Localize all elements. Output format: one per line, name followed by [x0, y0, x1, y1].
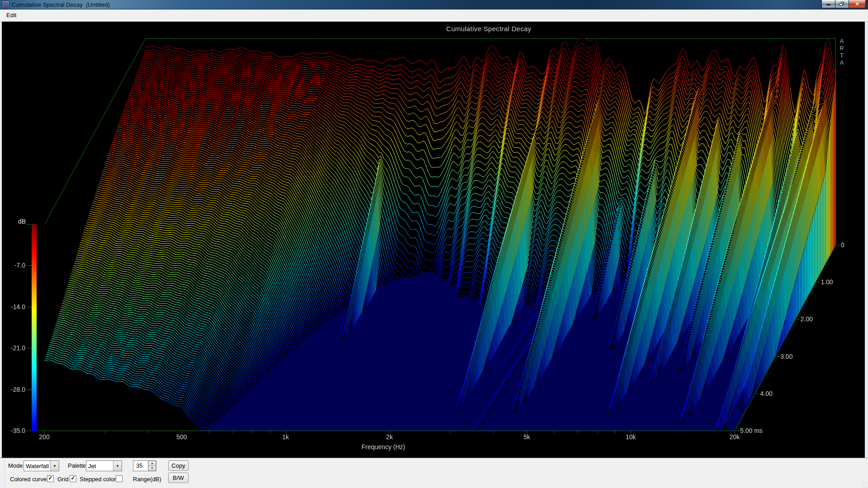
range-db-spinner[interactable]: 35 ▲ ▼: [133, 460, 156, 471]
restore-button[interactable]: [835, 0, 849, 8]
mode-label: Mode: [8, 462, 23, 469]
db-tick-label: -21.0: [6, 344, 25, 352]
grid-checkbox[interactable]: ✓: [70, 475, 76, 482]
freq-tick-label: 10k: [619, 433, 642, 441]
arta-watermark: A R T A: [838, 38, 845, 66]
range-db-value[interactable]: 35: [133, 461, 148, 471]
chevron-down-icon[interactable]: ▼: [113, 461, 122, 471]
watermark-letter: A: [838, 38, 845, 45]
close-icon: ✕: [855, 1, 859, 7]
panel-left-strip: [0, 458, 5, 488]
db-tick-label: -7.0: [6, 262, 25, 269]
arta-app-icon: [2, 1, 9, 8]
minimize-button[interactable]: [821, 0, 835, 8]
arta-csd-window: Cumulative Spectral Decay A R T A dB 200…: [0, 0, 868, 488]
watermark-letter: T: [838, 52, 845, 59]
time-tick-label: 3.00: [780, 353, 793, 360]
minimize-icon: [826, 4, 830, 5]
freq-tick-label: 200: [33, 433, 56, 441]
db-tick-label: -28.0: [6, 386, 25, 393]
window-title: Cumulative Spectral Decay (Untitled): [12, 1, 110, 8]
freq-tick-label: 5k: [515, 433, 538, 441]
chevron-down-icon[interactable]: ▼: [50, 461, 59, 471]
db-axis-unit-label: dB: [7, 218, 26, 225]
freq-tick-label: 500: [170, 433, 193, 441]
time-tick-label: 2.00: [801, 315, 813, 323]
time-tick-label: 4.00: [760, 390, 773, 397]
palette-value: Jet: [86, 463, 113, 469]
waterfall-canvas: [0, 0, 868, 488]
freq-tick-label: 1k: [274, 433, 297, 441]
watermark-letter: R: [838, 45, 845, 52]
grid-label: Grid: [57, 476, 69, 483]
freq-tick-label: 2k: [378, 433, 401, 441]
mode-dropdown[interactable]: Waterfall ▼: [24, 460, 59, 471]
db-tick-label: -35.0: [6, 427, 25, 434]
menubar: Edit: [0, 9, 868, 22]
time-tick-label: 0: [841, 241, 844, 249]
palette-dropdown[interactable]: Jet ▼: [86, 460, 122, 471]
colored-curves-checkbox[interactable]: ✓: [47, 475, 54, 482]
control-panel: Mode Waterfall ▼ Palette Jet ▼ 35 ▲ ▼ Co…: [0, 458, 868, 488]
time-tick-label: 1.00: [821, 278, 833, 286]
colored-curves-label: Colored curves: [10, 476, 49, 483]
close-button[interactable]: ✕: [849, 0, 866, 8]
menu-item-edit[interactable]: Edit: [5, 12, 18, 19]
stepped-colors-label: Stepped colors: [80, 476, 119, 483]
stepped-colors-checkbox[interactable]: [116, 475, 123, 482]
titlebar[interactable]: Cumulative Spectral Decay (Untitled) ✕: [0, 0, 868, 9]
range-db-label: Range(dB): [133, 476, 161, 483]
spin-up-icon[interactable]: ▲: [148, 461, 156, 466]
freq-axis-title: Frequency (Hz): [352, 443, 415, 450]
watermark-letter: A: [838, 59, 845, 66]
resize-grip[interactable]: [861, 482, 868, 488]
copy-button[interactable]: Copy: [168, 460, 189, 471]
db-tick-label: -14.0: [6, 303, 25, 310]
bw-button[interactable]: B/W: [168, 473, 189, 483]
freq-tick-label: 20k: [723, 433, 746, 441]
restore-icon: [840, 2, 844, 6]
time-tick-label: 5.00 ms: [740, 427, 763, 434]
mode-value: Waterfall: [24, 463, 50, 469]
spin-down-icon[interactable]: ▼: [148, 466, 156, 471]
chart-title: Cumulative Spectral Decay: [446, 25, 531, 33]
palette-label: Palette: [68, 462, 86, 469]
